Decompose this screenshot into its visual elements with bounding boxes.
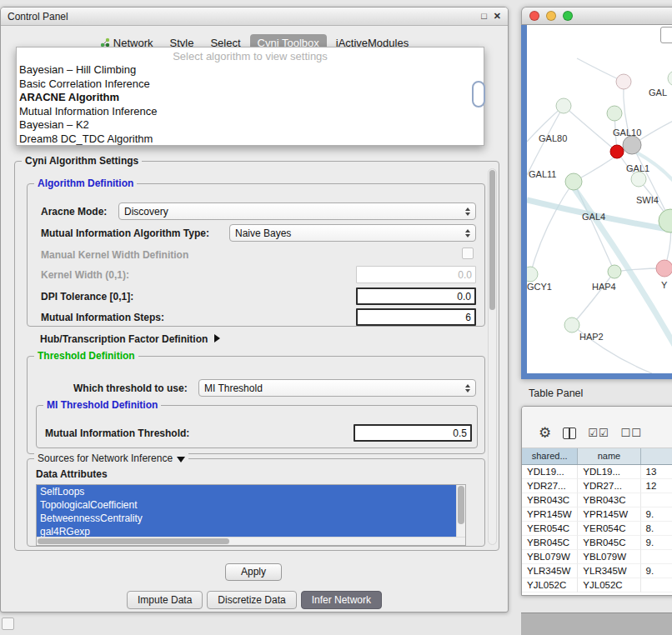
algorithm-option[interactable]: Basic Correlation Inference <box>17 78 484 92</box>
table-cell: YDL19... <box>578 465 640 479</box>
table-row[interactable]: YBR043CYBR043C <box>522 493 672 508</box>
bottom-tab-impute-data[interactable]: Impute Data <box>127 591 203 609</box>
dpi-tolerance-label: DPI Tolerance [0,1]: <box>41 291 133 302</box>
select-all-checks-icon[interactable]: ☑☑ <box>588 427 609 439</box>
bottom-tabs: Impute DataDiscretize DataInfer Network <box>1 591 508 609</box>
dropdown-scrollbar-thumb[interactable] <box>472 81 485 108</box>
table-row[interactable]: YPR145WYPR145W9. <box>522 508 672 522</box>
table-row[interactable]: YDR27...YDR27...12 <box>522 479 672 493</box>
table-row[interactable]: YBL079WYBL079W <box>522 550 672 564</box>
algorithm-dropdown-popup: Select algorithm to view settings Bayesi… <box>16 47 484 146</box>
table-cell: YER054C <box>578 522 640 536</box>
network-node[interactable] <box>616 74 631 89</box>
table-cell: YER054C <box>522 522 578 536</box>
column-header[interactable]: shared... <box>522 448 578 464</box>
table-row[interactable]: YLR345WYLR345W9. <box>522 564 672 578</box>
kernel-width-field[interactable] <box>356 266 476 283</box>
close-window-icon[interactable]: ✕ <box>494 11 501 22</box>
control-panel-titlebar[interactable]: Control Panel □ ✕ <box>1 8 508 26</box>
apply-button[interactable]: Apply <box>225 563 282 581</box>
table-cell: YJL052C <box>578 578 640 592</box>
algorithm-definition-title: Algorithm Definition <box>34 178 137 189</box>
network-edge[interactable] <box>572 272 614 325</box>
columns-icon[interactable] <box>563 428 576 439</box>
algorithm-option[interactable]: Bayesian – Hill Climbing <box>17 63 484 78</box>
attribute-list-item[interactable]: BetweennessCentrality <box>37 512 458 525</box>
network-window-titlebar[interactable] <box>521 7 672 25</box>
table-row[interactable]: YBR045CYBR045C9. <box>522 536 672 550</box>
expand-right-icon <box>214 334 220 342</box>
deselect-all-checks-icon[interactable]: ☐☐ <box>621 427 642 439</box>
network-node[interactable] <box>668 71 672 86</box>
list-horizontal-scrollbar[interactable] <box>37 537 465 545</box>
which-threshold-select[interactable]: MI Threshold <box>198 379 476 397</box>
network-node[interactable] <box>564 318 579 332</box>
scrollbar-thumb[interactable] <box>489 170 495 310</box>
table-row[interactable]: YDL19...YDL19...13 <box>522 465 672 479</box>
network-node[interactable] <box>656 260 672 277</box>
hub-section-toggle[interactable]: Hub/Transcription Factor Definition <box>40 333 220 345</box>
algorithm-option[interactable]: Mutual Information Inference <box>17 105 484 119</box>
network-graph[interactable]: GALGAL80GAL10GAL11GAL1SWI4GAL4GCY1HAP4YH… <box>527 25 672 373</box>
column-header[interactable] <box>641 448 672 464</box>
dpi-tolerance-field[interactable] <box>356 288 476 305</box>
network-node[interactable] <box>631 172 646 187</box>
table-row[interactable]: YJL052CYJL052C <box>522 578 672 592</box>
mi-steps-label: Mutual Information Steps: <box>41 312 164 323</box>
collapse-down-icon <box>177 457 185 462</box>
table-cell <box>641 550 672 564</box>
algorithm-option[interactable]: ARACNE Algorithm <box>17 91 484 105</box>
algorithm-option[interactable]: Dream8 DC_TDC Algorithm <box>17 132 484 147</box>
table-panel-window: ⚙ ☑☑ ☐☐ shared...name YDL19...YDL19...13… <box>521 406 672 596</box>
mi-type-value: Naive Bayes <box>235 228 291 239</box>
settings-group-title: Cyni Algorithm Settings <box>22 155 142 167</box>
mi-type-select[interactable]: Naive Bayes <box>229 224 476 242</box>
kernel-width-label: Kernel Width (0,1): <box>41 269 129 281</box>
node-label: SWI4 <box>636 195 659 205</box>
table-cell: YBR043C <box>578 493 640 508</box>
network-node[interactable] <box>607 106 622 121</box>
network-edge[interactable] <box>530 182 574 274</box>
bottom-tab-discretize-data[interactable]: Discretize Data <box>207 591 296 609</box>
table-cell: YLR345W <box>578 564 640 578</box>
table-cell: YLR345W <box>522 564 578 578</box>
gear-icon[interactable]: ⚙ <box>539 426 551 441</box>
network-node[interactable] <box>527 267 538 282</box>
list-vertical-scrollbar[interactable] <box>456 485 465 538</box>
scrollbar-thumb[interactable] <box>38 538 229 544</box>
manual-kernel-checkbox[interactable] <box>462 248 474 259</box>
float-window-icon[interactable]: □ <box>481 11 487 22</box>
network-node[interactable] <box>608 265 621 278</box>
node-label: GAL80 <box>539 133 567 143</box>
mi-steps-field[interactable] <box>356 308 476 326</box>
close-traffic-light[interactable] <box>529 11 539 21</box>
network-overview-box[interactable] <box>660 27 672 43</box>
network-node[interactable] <box>610 145 624 158</box>
data-attributes-label: Data Attributes <box>36 468 108 480</box>
attribute-list-item[interactable]: TopologicalCoefficient <box>37 498 458 512</box>
mi-threshold-group: MI Threshold Definition Mutual Informati… <box>36 405 478 448</box>
settings-scrollbar[interactable] <box>488 168 497 545</box>
window-title: Control Panel <box>8 11 68 22</box>
scrollbar-thumb[interactable] <box>458 486 464 524</box>
data-attributes-list[interactable]: SelfLoopsTopologicalCoefficientBetweenne… <box>36 484 466 546</box>
threshold-definition-group: Threshold Definition Which threshold to … <box>27 356 485 454</box>
column-header[interactable]: name <box>578 448 640 464</box>
attribute-list-item[interactable]: SelfLoops <box>37 485 458 498</box>
aracne-mode-select[interactable]: Discovery <box>118 202 476 220</box>
network-node[interactable] <box>556 98 571 113</box>
table-toolbar: ⚙ ☑☑ ☐☐ <box>522 407 672 448</box>
network-node[interactable] <box>565 173 582 190</box>
minimize-traffic-light[interactable] <box>546 11 556 21</box>
table-cell: 8. <box>641 522 672 536</box>
network-node[interactable] <box>623 136 641 154</box>
bottom-tab-infer-network[interactable]: Infer Network <box>301 591 382 609</box>
algorithm-option[interactable]: Bayesian – K2 <box>17 118 484 132</box>
table-cell: YBR043C <box>522 493 578 508</box>
collapsed-panel-button[interactable] <box>2 618 14 630</box>
sources-group-toggle[interactable]: Sources for Network Inference <box>34 452 188 464</box>
table-row[interactable]: YER054CYER054C8. <box>522 522 672 536</box>
hub-section-label: Hub/Transcription Factor Definition <box>40 333 208 345</box>
mi-threshold-field[interactable] <box>354 424 472 442</box>
zoom-traffic-light[interactable] <box>563 11 573 21</box>
